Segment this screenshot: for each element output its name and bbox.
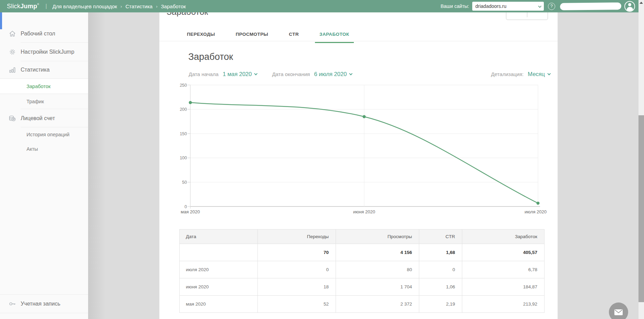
stats-tabs: ПЕРЕХОДЫ ПРОСМОТРЫ CTR ЗАРАБОТОК: [187, 32, 349, 43]
feedback-fab[interactable]: [609, 302, 628, 319]
tabs-divider: [159, 41, 558, 41]
svg-text:250: 250: [180, 83, 187, 88]
question-mark-icon: ?: [550, 4, 553, 9]
gear-icon: [8, 48, 17, 56]
topbar-divider: |: [45, 3, 47, 10]
table-row-total: 70 4 156 1,68 405,57: [180, 244, 545, 261]
sidebar: Рабочий стол Настройки SlickJump Статист…: [0, 12, 88, 319]
chevron-down-icon: [538, 4, 541, 8]
tab-earnings[interactable]: ЗАРАБОТОК: [319, 32, 349, 43]
scrollbar-thumb[interactable]: [638, 115, 644, 302]
help-button[interactable]: ?: [548, 3, 555, 10]
svg-text:июля 2020: июля 2020: [525, 209, 547, 214]
detail-select[interactable]: Месяц: [528, 71, 550, 77]
logo[interactable]: SlickJump®: [7, 3, 39, 10]
sidebar-item-account-balance[interactable]: Лицевой счет: [0, 109, 88, 127]
svg-text:мая 2020: мая 2020: [181, 209, 200, 214]
your-sites-label: Ваши сайты:: [441, 3, 469, 9]
svg-text:150: 150: [180, 131, 187, 136]
site-select-value: driadadoors.ru: [475, 3, 506, 9]
section-title: Заработок: [188, 52, 233, 62]
breadcrumb-item-earnings[interactable]: Заработок: [161, 3, 186, 9]
svg-text:0: 0: [184, 204, 187, 209]
envelope-icon: [613, 307, 624, 317]
earnings-table: Дата Переходы Просмотры CTR Заработок 70…: [179, 229, 545, 313]
col-header-views: Просмотры: [336, 230, 419, 244]
breadcrumb-separator: ›: [120, 4, 122, 9]
tab-transitions[interactable]: ПЕРЕХОДЫ: [187, 32, 215, 43]
start-date-select[interactable]: 1 мая 2020: [223, 71, 257, 77]
breadcrumb-separator: ›: [156, 4, 157, 9]
sidebar-item-traffic[interactable]: Трафик: [0, 94, 88, 109]
end-date-select[interactable]: 6 июля 2020: [314, 71, 352, 77]
svg-text:100: 100: [180, 156, 187, 160]
sidebar-item-acts[interactable]: Акты: [0, 141, 88, 156]
earnings-line-chart: 050100150200250мая 2020июня 2020июля 202…: [174, 82, 549, 220]
sidebar-item-settings[interactable]: Настройки SlickJump: [0, 43, 88, 61]
table-header-row: Дата Переходы Просмотры CTR Заработок: [180, 230, 545, 244]
chevron-down-icon: [349, 72, 353, 75]
end-date-label: Дата окончания: [272, 71, 310, 77]
sidebar-item-operations-history[interactable]: История операций: [0, 127, 88, 141]
home-icon: [8, 30, 17, 38]
key-icon: [8, 300, 17, 308]
content-background: [88, 12, 105, 319]
breadcrumb: Для владельцев площадок › Статистика › З…: [52, 3, 186, 9]
sidebar-item-earnings[interactable]: Заработок: [0, 78, 88, 94]
chevron-down-icon: [254, 72, 258, 75]
table-row: мая 2020 52 2 372 2,19 213,92: [180, 296, 545, 313]
col-header-earnings: Заработок: [462, 230, 545, 244]
breadcrumb-item-statistics[interactable]: Статистика: [125, 3, 152, 9]
tab-views[interactable]: ПРОСМОТРЫ: [236, 32, 268, 43]
start-date-label: Дата начала: [189, 71, 219, 77]
site-select[interactable]: driadadoors.ru: [472, 2, 544, 11]
tab-ctr[interactable]: CTR: [289, 32, 299, 43]
username-redacted: [560, 2, 621, 10]
user-avatar-icon[interactable]: [624, 1, 635, 12]
date-filters: Дата начала 1 мая 2020 Дата окончания 6 …: [189, 71, 352, 77]
bar-chart-icon: [8, 66, 17, 74]
svg-text:50: 50: [182, 180, 187, 185]
scroll-up-arrow-icon[interactable]: [640, 2, 643, 4]
detail-label: Детализация:: [491, 71, 524, 77]
left-edge-strip: [0, 12, 2, 29]
page-scrollbar[interactable]: [638, 0, 644, 319]
svg-text:200: 200: [180, 107, 187, 112]
table-row: июля 2020 0 80 0 6,78: [180, 261, 545, 278]
svg-text:июня 2020: июня 2020: [353, 209, 375, 214]
table-row: июня 2020 18 1 704 1,06 184,87: [180, 278, 545, 296]
chevron-down-icon: [547, 72, 551, 75]
coins-icon: [8, 114, 17, 123]
sidebar-item-user-account[interactable]: Учетная запись: [0, 294, 88, 313]
sidebar-item-cut[interactable]: В: [0, 313, 88, 319]
col-header-transitions: Переходы: [258, 230, 336, 244]
col-header-ctr: CTR: [419, 230, 462, 244]
sidebar-item-desktop[interactable]: Рабочий стол: [0, 25, 88, 43]
col-header-date: Дата: [180, 230, 258, 244]
main-content-card: Заработок ПЕРЕХОДЫ ПРОСМОТРЫ CTR ЗАРАБОТ…: [159, 0, 558, 319]
detail-filter: Детализация: Месяц: [491, 71, 550, 77]
breadcrumb-item-owners[interactable]: Для владельцев площадок: [52, 3, 117, 9]
sidebar-item-statistics[interactable]: Статистика: [0, 61, 88, 78]
topbar: SlickJump® | Для владельцев площадок › С…: [0, 0, 644, 12]
